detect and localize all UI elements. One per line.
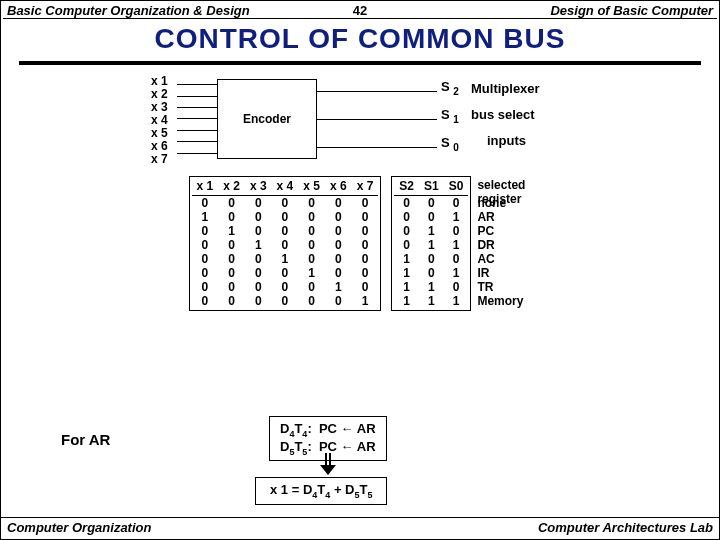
mux-label-2: bus select	[471, 107, 535, 122]
down-arrow-icon	[321, 453, 335, 475]
title-underline	[19, 61, 701, 65]
x1-equation: x 1 = D4T4 + D5T5	[255, 477, 387, 505]
selected-register-column: selectedregister none AR PC DR AC IR TR …	[471, 176, 531, 310]
mux-label-3: inputs	[487, 133, 526, 148]
s1-label: S 1	[441, 107, 459, 125]
encoder-diagram: x 1 x 2 x 3 x 4 x 5 x 6 x 7 Encoder S 2 …	[151, 75, 719, 170]
x-input-labels: x 1 x 2 x 3 x 4 x 5 x 6 x 7	[151, 75, 168, 166]
s0-label: S 0	[441, 135, 459, 153]
for-ar-label: For AR	[61, 431, 110, 448]
header-left: Basic Computer Organization & Design	[7, 3, 250, 18]
header-right: Design of Basic Computer	[550, 3, 713, 18]
encoder-box: Encoder	[217, 79, 317, 159]
footer-right: Computer Architectures Lab	[538, 520, 713, 535]
footer-left: Computer Organization	[7, 520, 151, 535]
truth-table: x 1x 2 x 3x 4 x 5x 6 x 7 0000000 1000000…	[145, 176, 575, 311]
page-number: 42	[353, 3, 367, 18]
mux-label-1: Multiplexer	[471, 81, 540, 96]
s2-label: S 2	[441, 79, 459, 97]
slide-title: CONTROL OF COMMON BUS	[1, 19, 719, 61]
